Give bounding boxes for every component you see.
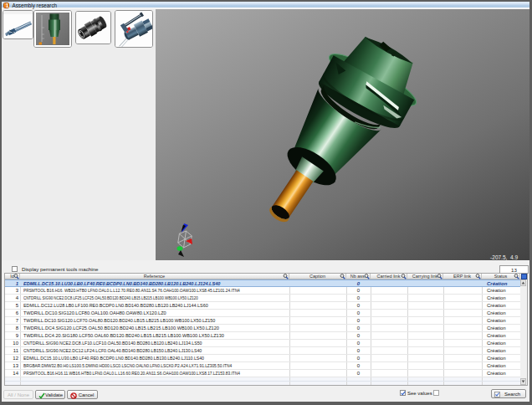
svg-text:-207.5, 4.9: -207.5, 4.9 [490, 254, 518, 260]
